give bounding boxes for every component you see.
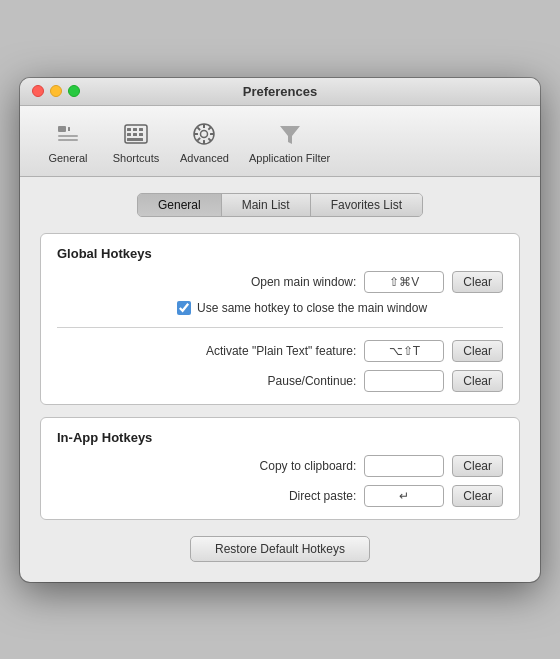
svg-rect-7 (139, 128, 143, 131)
inapp-hotkeys-title: In-App Hotkeys (57, 430, 503, 445)
shortcuts-icon (120, 118, 152, 150)
close-button[interactable] (32, 85, 44, 97)
tab-general[interactable]: General (138, 194, 222, 216)
svg-rect-3 (68, 127, 70, 131)
tab-favorites-list[interactable]: Favorites List (311, 194, 422, 216)
activate-plain-text-field[interactable]: ⌥⇧T (364, 340, 444, 362)
application-filter-label: Application Filter (249, 152, 330, 164)
svg-rect-14 (203, 124, 205, 128)
general-icon (52, 118, 84, 150)
svg-rect-16 (194, 133, 198, 135)
toolbar-item-general[interactable]: General (36, 114, 100, 168)
open-main-window-field[interactable]: ⇧⌘V (364, 271, 444, 293)
content-area: General Main List Favorites List Global … (20, 177, 540, 582)
copy-to-clipboard-row: Copy to clipboard: Clear (57, 455, 503, 477)
open-main-window-label: Open main window: (251, 275, 356, 289)
window-title: Preferences (243, 84, 317, 99)
maximize-button[interactable] (68, 85, 80, 97)
svg-point-13 (201, 130, 208, 137)
same-hotkey-checkbox[interactable] (177, 301, 191, 315)
tab-group: General Main List Favorites List (137, 193, 423, 217)
restore-default-hotkeys-button[interactable]: Restore Default Hotkeys (190, 536, 370, 562)
divider-1 (57, 327, 503, 328)
svg-rect-5 (127, 128, 131, 131)
same-hotkey-checkbox-row: Use same hotkey to close the main window (57, 301, 503, 315)
copy-to-clipboard-clear[interactable]: Clear (452, 455, 503, 477)
svg-rect-9 (133, 133, 137, 136)
restore-button-container: Restore Default Hotkeys (40, 536, 520, 562)
advanced-label: Advanced (180, 152, 229, 164)
pause-continue-label: Pause/Continue: (268, 374, 357, 388)
minimize-button[interactable] (50, 85, 62, 97)
svg-rect-10 (139, 133, 143, 136)
pause-continue-clear[interactable]: Clear (452, 370, 503, 392)
copy-to-clipboard-field[interactable] (364, 455, 444, 477)
copy-to-clipboard-label: Copy to clipboard: (260, 459, 357, 473)
direct-paste-row: Direct paste: ↵ Clear (57, 485, 503, 507)
svg-rect-11 (127, 138, 143, 141)
svg-rect-1 (58, 135, 78, 137)
svg-rect-2 (58, 139, 78, 141)
direct-paste-label: Direct paste: (289, 489, 356, 503)
shortcuts-label: Shortcuts (113, 152, 159, 164)
tab-bar: General Main List Favorites List (40, 193, 520, 217)
direct-paste-field[interactable]: ↵ (364, 485, 444, 507)
toolbar: General Shortcuts (20, 106, 540, 177)
activate-plain-text-row: Activate "Plain Text" feature: ⌥⇧T Clear (57, 340, 503, 362)
pause-continue-field[interactable] (364, 370, 444, 392)
tab-main-list[interactable]: Main List (222, 194, 311, 216)
same-hotkey-label: Use same hotkey to close the main window (197, 301, 427, 315)
pause-continue-row: Pause/Continue: Clear (57, 370, 503, 392)
svg-marker-22 (280, 126, 300, 144)
preferences-window: Preferences General (20, 78, 540, 582)
general-label: General (48, 152, 87, 164)
activate-plain-text-clear[interactable]: Clear (452, 340, 503, 362)
svg-rect-6 (133, 128, 137, 131)
toolbar-item-advanced[interactable]: Advanced (172, 114, 237, 168)
global-hotkeys-title: Global Hotkeys (57, 246, 503, 261)
advanced-icon (188, 118, 220, 150)
direct-paste-clear[interactable]: Clear (452, 485, 503, 507)
open-main-window-clear[interactable]: Clear (452, 271, 503, 293)
global-hotkeys-section: Global Hotkeys Open main window: ⇧⌘V Cle… (40, 233, 520, 405)
inapp-hotkeys-section: In-App Hotkeys Copy to clipboard: Clear … (40, 417, 520, 520)
svg-rect-8 (127, 133, 131, 136)
open-main-window-row: Open main window: ⇧⌘V Clear (57, 271, 503, 293)
titlebar: Preferences (20, 78, 540, 106)
application-filter-icon (274, 118, 306, 150)
svg-rect-15 (203, 140, 205, 144)
traffic-lights (32, 85, 80, 97)
activate-plain-text-label: Activate "Plain Text" feature: (206, 344, 356, 358)
toolbar-item-shortcuts[interactable]: Shortcuts (104, 114, 168, 168)
svg-rect-0 (58, 126, 66, 132)
svg-rect-17 (210, 133, 214, 135)
toolbar-item-application-filter[interactable]: Application Filter (241, 114, 338, 168)
